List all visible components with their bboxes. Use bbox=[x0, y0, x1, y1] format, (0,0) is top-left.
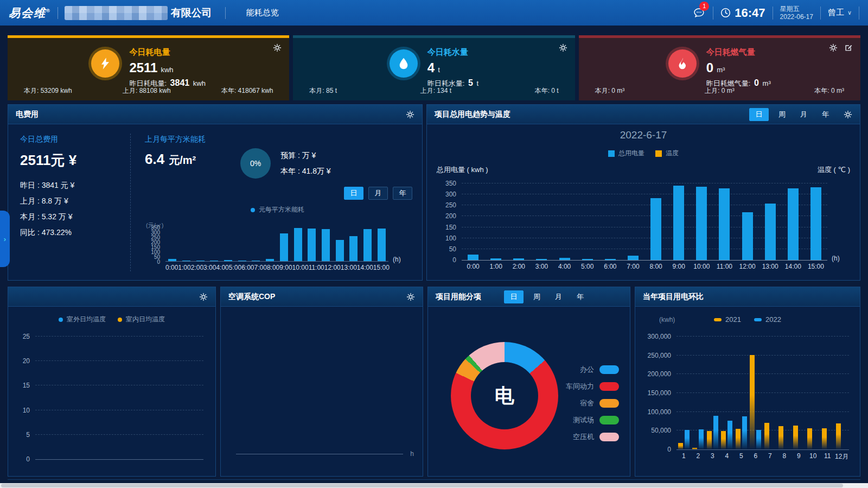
legend-item-2021[interactable]: 2021 bbox=[714, 315, 741, 324]
legend-marker bbox=[599, 433, 619, 441]
kpi-card-water: 今日耗水量4t昨日耗水量: 5 t本月: 85 t上月: 134 t本年: 0 … bbox=[293, 35, 575, 100]
x-axis-unit: h bbox=[410, 450, 414, 458]
bar bbox=[822, 428, 827, 449]
legend-item-测试场[interactable]: 测试场 bbox=[566, 415, 619, 425]
budget-year-line: 本年 : 41.8万 ¥ bbox=[280, 163, 331, 179]
tab-月[interactable]: 月 bbox=[795, 108, 812, 121]
y-tick-label: 50,000 bbox=[643, 427, 671, 434]
panel-header: 当年项目用电环比 bbox=[635, 287, 860, 307]
bar-slot bbox=[484, 183, 507, 260]
legend-dot bbox=[251, 208, 255, 212]
legend-item-车间动力[interactable]: 车间动力 bbox=[566, 382, 619, 391]
divider bbox=[820, 7, 821, 20]
legend-item-室内日均温度[interactable]: 室内日均温度 bbox=[118, 315, 165, 324]
gear-icon[interactable] bbox=[844, 110, 852, 119]
tab-日[interactable]: 日 bbox=[749, 108, 769, 121]
budget-lines: 预算 : 万 ¥ 本年 : 41.8万 ¥ bbox=[280, 148, 331, 179]
trend-tabs: 日周月年 bbox=[749, 108, 834, 121]
flame-icon bbox=[668, 49, 697, 78]
gear-icon[interactable] bbox=[199, 293, 208, 301]
legend-label: 室外日均温度 bbox=[67, 315, 106, 324]
divider bbox=[225, 7, 226, 19]
user-menu[interactable]: 曾工 ∨ bbox=[828, 8, 852, 18]
kpi-main: 今日耗燃气量0m³昨日耗燃气量: 0 m³ bbox=[579, 47, 860, 88]
trend-bar-chart: 0501001502002503003500:001:002:003:004:0… bbox=[436, 179, 851, 272]
legend-label: 车间动力 bbox=[566, 382, 594, 391]
bar bbox=[673, 186, 684, 260]
bar-slot bbox=[599, 183, 622, 260]
bar bbox=[280, 233, 288, 261]
gear-icon[interactable] bbox=[406, 110, 414, 119]
message-icon[interactable]: 1 bbox=[692, 7, 706, 20]
kpi-stats: 本月: 85 t上月: 134 t本年: 0 t bbox=[309, 86, 558, 96]
bar bbox=[336, 240, 344, 261]
panel-electric-trend: 项目总用电趋势与温度 日周月年 2022-6-17 总用电量温度 总用电量 ( … bbox=[426, 104, 860, 281]
legend-item-办公[interactable]: 办公 bbox=[566, 365, 619, 375]
legend-item-室外日均温度[interactable]: 室外日均温度 bbox=[59, 315, 106, 324]
today-cost-label: 今日总费用 bbox=[20, 135, 76, 144]
bar bbox=[678, 443, 683, 449]
panel-body: h bbox=[221, 307, 423, 476]
kpi-stats: 本月: 0 m³上月: 0 m³本年: 0 m³ bbox=[595, 86, 844, 96]
bar-slot bbox=[705, 337, 720, 449]
bar bbox=[490, 258, 501, 260]
kpi-main: 今日耗水量4t昨日耗水量: 5 t bbox=[293, 47, 575, 88]
bar bbox=[793, 426, 798, 449]
scrollbar-thumb[interactable] bbox=[1, 484, 843, 487]
x-tick-labels: 0:001:002:003:004:005:006:007:008:009:00… bbox=[165, 264, 388, 271]
tab-年[interactable]: 年 bbox=[393, 187, 412, 200]
kpi-text: 今日耗水量4t昨日耗水量: 5 t bbox=[427, 47, 478, 88]
bar-slot bbox=[713, 183, 736, 260]
panel-header bbox=[8, 287, 215, 307]
bar bbox=[764, 423, 769, 449]
legend-item-温度[interactable]: 温度 bbox=[655, 149, 679, 158]
legend-item-总用电量[interactable]: 总用电量 bbox=[608, 149, 644, 158]
legend-item-宿舍[interactable]: 宿舍 bbox=[566, 398, 619, 408]
bar bbox=[685, 430, 690, 449]
kpi-stat: 本月: 85 t bbox=[309, 86, 337, 96]
legend-item[interactable]: 元每平方米能耗 bbox=[251, 205, 304, 214]
menu-energy-overview[interactable]: 能耗总览 bbox=[246, 8, 279, 18]
kpi-card-gas: 今日耗燃气量0m³昨日耗燃气量: 0 m³本月: 0 m³上月: 0 m³本年:… bbox=[579, 35, 860, 100]
legend-item-空压机[interactable]: 空压机 bbox=[566, 432, 619, 442]
bar bbox=[238, 261, 246, 261]
bar-slot bbox=[235, 227, 249, 261]
bar-slot bbox=[759, 183, 782, 260]
horizontal-scrollbar[interactable] bbox=[0, 483, 868, 488]
kpi-stat: 本月: 0 m³ bbox=[595, 86, 625, 96]
sqm-label: 上月每平方米能耗 bbox=[145, 135, 206, 144]
kpi-unit: m³ bbox=[717, 66, 725, 74]
tab-年[interactable]: 年 bbox=[572, 290, 589, 303]
bar bbox=[719, 188, 730, 260]
panel-yoy-electricity: 当年项目用电环比 (kwh) 20212022 050,000100,00015… bbox=[635, 287, 860, 477]
tab-日[interactable]: 日 bbox=[504, 290, 524, 303]
bar bbox=[736, 429, 741, 449]
bar bbox=[559, 258, 570, 260]
bar bbox=[468, 255, 478, 260]
weekday-text: 星期五 bbox=[780, 5, 813, 13]
bar bbox=[721, 431, 726, 449]
bar bbox=[168, 259, 176, 262]
kpi-stats: 本月: 53209 kwh上月: 88108 kwh本年: 418067 kwh bbox=[24, 86, 273, 96]
kpi-value: 4t bbox=[427, 60, 478, 75]
today-cost-value: 2511元 ¥ bbox=[20, 151, 76, 170]
tab-周[interactable]: 周 bbox=[774, 108, 790, 121]
tab-周[interactable]: 周 bbox=[528, 290, 545, 303]
date-block: 星期五 2022-06-17 bbox=[780, 5, 813, 21]
bar bbox=[756, 430, 761, 449]
cost-detail-rows: 昨日 : 3841 元 ¥上月 : 8.8 万 ¥本月 : 5.32 万 ¥同比… bbox=[20, 181, 76, 238]
kpi-title: 今日耗电量 bbox=[129, 47, 206, 58]
tab-月[interactable]: 月 bbox=[368, 187, 388, 200]
tab-月[interactable]: 月 bbox=[550, 290, 567, 303]
gear-icon[interactable] bbox=[406, 293, 415, 301]
tab-年[interactable]: 年 bbox=[817, 108, 834, 121]
chart-plot-area: 0510152025 bbox=[35, 337, 203, 460]
legend-item-2022[interactable]: 2022 bbox=[754, 315, 781, 324]
sidebar-expand-handle[interactable]: › bbox=[0, 211, 10, 267]
bar-slot bbox=[622, 183, 644, 260]
tab-日[interactable]: 日 bbox=[344, 187, 363, 200]
y-tick-label: 5 bbox=[15, 431, 30, 439]
legend-marker bbox=[655, 150, 662, 157]
bars-area bbox=[462, 183, 827, 260]
bar-slot bbox=[792, 337, 806, 449]
